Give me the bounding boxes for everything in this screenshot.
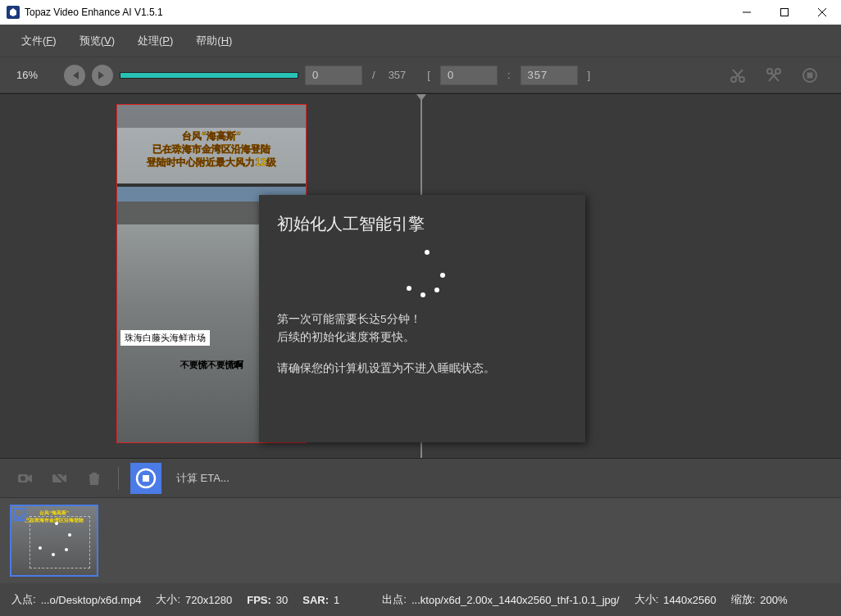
status-bar: 入点: ...o/Desktop/x6d.mp4 大小: 720x1280 FP… (0, 583, 841, 616)
menu-preview[interactable]: 预览(V) (68, 30, 126, 52)
stop-process-button[interactable] (130, 463, 161, 494)
app-logo-icon (7, 6, 20, 19)
svg-rect-19 (143, 475, 149, 482)
menu-process[interactable]: 处理(P) (126, 30, 184, 52)
menubar: 文件(F) 预览(V) 处理(P) 帮助(H) (0, 25, 841, 57)
bracket-open: [ (424, 69, 434, 81)
eta-label: 计算 ETA... (176, 471, 230, 486)
record-button (13, 466, 38, 491)
init-ai-modal: 初始化人工智能引擎 第一次可能需要长达5分钟！ 后续的初始化速度将更快。 请确保… (259, 195, 585, 442)
fps-value: 30 (276, 594, 288, 606)
size-out-label: 大小: (634, 592, 659, 607)
out-value: ...ktop/x6d_2.00x_1440x2560_thf-1.0.1_jp… (411, 594, 620, 606)
video-location-tag: 珠海白藤头海鲜市场 (120, 330, 210, 346)
titlebar: Topaz Video Enhance AI V1.5.1 (0, 0, 841, 25)
size-in-label: 大小: (156, 592, 180, 607)
sar-value: 1 (334, 594, 339, 606)
size-out-value: 1440x2560 (663, 594, 716, 606)
modal-line2: 后续的初始化速度将更快。 (277, 328, 567, 346)
out-label: 出点: (382, 592, 407, 607)
next-frame-button[interactable] (92, 65, 113, 86)
current-frame-field[interactable]: 0 (305, 66, 362, 85)
fps-label: FPS: (247, 594, 271, 606)
minimize-button[interactable] (728, 0, 766, 25)
range-end-field[interactable]: 357 (521, 66, 578, 85)
separator (118, 467, 119, 490)
size-in-value: 720x1280 (185, 594, 232, 606)
in-label: 入点: (11, 592, 36, 607)
maximize-button[interactable] (766, 0, 803, 25)
timeline-slider[interactable] (120, 72, 298, 79)
loading-spinner-icon (393, 250, 451, 307)
svg-rect-1 (781, 9, 789, 16)
menu-help[interactable]: 帮助(H) (184, 30, 243, 52)
svg-point-15 (20, 476, 25, 481)
scale-value: 200% (760, 594, 787, 606)
prev-frame-button[interactable] (64, 65, 85, 86)
zoom-level[interactable]: 16% (16, 69, 57, 81)
menu-file[interactable]: 文件(F) (10, 30, 68, 52)
range-sep: : (504, 69, 514, 81)
queue-strip: 台风“海高斯”已在珠海市金湾区沿海登陆 (0, 498, 841, 583)
toolbar: 16% 0 / 357 [ 0 : 357 ] (0, 57, 841, 93)
delete-button (82, 466, 107, 491)
record-disabled-button (48, 466, 72, 491)
queue-item[interactable]: 台风“海高斯”已在珠海市金湾区沿海登陆 (10, 505, 98, 577)
in-value: ...o/Desktop/x6d.mp4 (41, 594, 142, 606)
sar-label: SAR: (302, 594, 329, 606)
divider-handle-icon[interactable] (416, 94, 426, 104)
action-bar: 计算 ETA... (0, 459, 841, 498)
scale-label: 缩放: (731, 592, 756, 607)
modal-line1: 第一次可能需要长达5分钟！ (277, 310, 567, 328)
window-title: Topaz Video Enhance AI V1.5.1 (25, 7, 163, 18)
modal-title: 初始化人工智能引擎 (277, 213, 567, 235)
video-caption: 台风“海高斯” 已在珠海市金湾区沿海登陆 登陆时中心附近最大风力12级 (117, 128, 306, 169)
processing-overlay-icon (30, 516, 90, 568)
bracket-close: ] (584, 69, 594, 81)
frame-separator: / (369, 69, 379, 81)
total-frames: 357 (385, 69, 410, 81)
cut-out-button[interactable] (759, 65, 789, 86)
svg-rect-13 (807, 73, 812, 78)
cut-in-button[interactable] (723, 65, 752, 86)
close-button[interactable] (803, 0, 841, 25)
check-icon[interactable] (13, 508, 26, 521)
range-start-field[interactable]: 0 (440, 66, 498, 85)
stop-preview-button[interactable] (795, 65, 825, 86)
modal-line3: 请确保您的计算机设置为不进入睡眠状态。 (277, 360, 567, 378)
